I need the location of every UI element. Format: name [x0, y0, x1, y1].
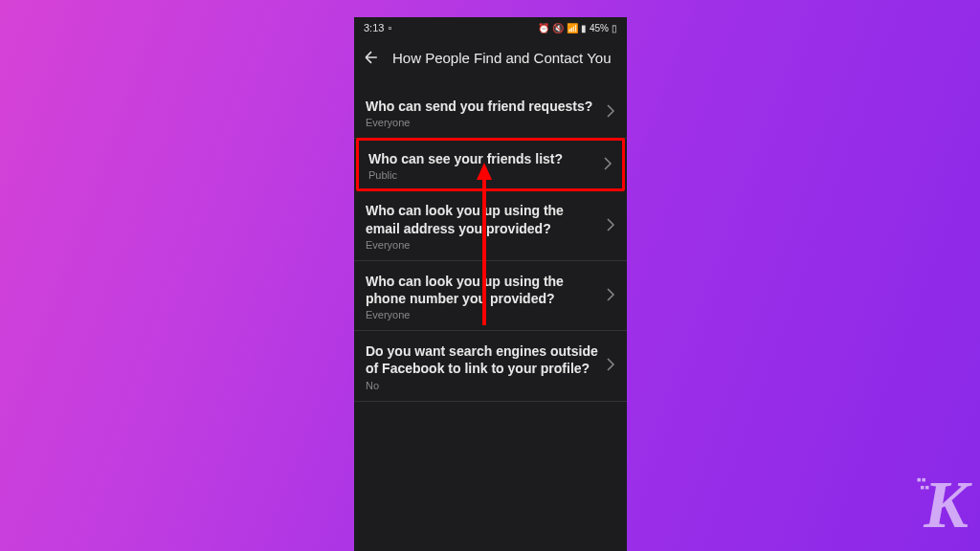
battery-icon: ▯ — [612, 23, 617, 33]
chevron-right-icon — [606, 104, 615, 121]
battery-percent: 45% — [590, 23, 609, 33]
chevron-right-icon — [603, 157, 612, 174]
setting-value: Everyone — [366, 117, 598, 128]
setting-title: Do you want search engines outside of Fa… — [366, 342, 598, 377]
chevron-right-icon — [606, 218, 615, 235]
setting-title: Who can look you up using the phone numb… — [366, 273, 598, 307]
alarm-icon: ⏰ — [538, 23, 549, 33]
setting-search-engines[interactable]: Do you want search engines outside of Fa… — [354, 331, 627, 401]
setting-value: No — [366, 380, 598, 391]
mute-icon: 🔇 — [552, 23, 564, 33]
page-title: How People Find and Contact You — [392, 50, 612, 66]
setting-value: Everyone — [366, 309, 598, 320]
setting-title: Who can look you up using the email addr… — [366, 202, 598, 236]
watermark-logo: ▪▪ ▪▪ K — [917, 467, 969, 543]
setting-phone-lookup[interactable]: Who can look you up using the phone numb… — [354, 261, 627, 331]
signal-icon: ▮ — [581, 23, 587, 33]
setting-title: Who can see your friends list? — [368, 150, 595, 167]
setting-value: Everyone — [366, 239, 598, 251]
chevron-right-icon — [606, 358, 615, 375]
settings-list: Who can send you friend requests? Everyo… — [354, 86, 627, 402]
status-time: 3:13 — [364, 22, 384, 33]
phone-screen: 3:13 ▫ ⏰ 🔇 📶 ▮ 45% ▯ How People Find and… — [354, 17, 627, 551]
back-arrow-icon[interactable] — [362, 48, 381, 67]
watermark-letter: K — [924, 467, 969, 543]
setting-email-lookup[interactable]: Who can look you up using the email addr… — [354, 190, 627, 260]
app-header: How People Find and Contact You — [354, 38, 627, 77]
notification-icon: ▫ — [388, 22, 391, 33]
setting-friend-requests[interactable]: Who can send you friend requests? Everyo… — [354, 86, 627, 139]
setting-friends-list[interactable]: Who can see your friends list? Public — [356, 138, 625, 191]
chevron-right-icon — [606, 288, 615, 305]
wifi-icon: 📶 — [567, 23, 578, 33]
setting-value: Public — [368, 169, 595, 181]
setting-title: Who can send you friend requests? — [366, 98, 598, 115]
status-bar: 3:13 ▫ ⏰ 🔇 📶 ▮ 45% ▯ — [354, 17, 627, 38]
